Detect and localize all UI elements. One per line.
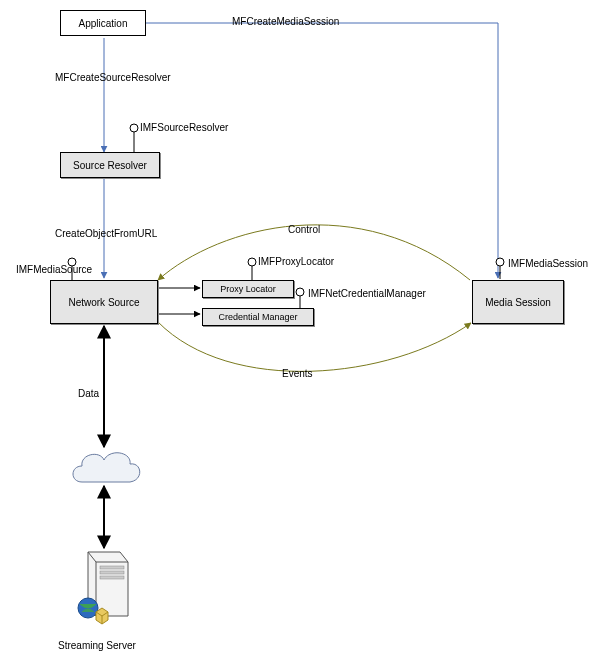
proxy-locator-node: Proxy Locator bbox=[202, 280, 294, 298]
svg-rect-10 bbox=[100, 566, 124, 569]
svg-point-8 bbox=[496, 258, 504, 266]
diagram-connectors bbox=[0, 0, 600, 661]
edge-label-mfcreatesourceresolver: MFCreateSourceResolver bbox=[55, 72, 171, 83]
svg-point-6 bbox=[296, 288, 304, 296]
interface-label-imfsourceresolver: IMFSourceResolver bbox=[140, 122, 228, 133]
svg-rect-12 bbox=[100, 576, 124, 579]
node-label: Network Source bbox=[68, 297, 139, 308]
edge-label-events: Events bbox=[282, 368, 313, 379]
edge-label-data: Data bbox=[78, 388, 99, 399]
application-node: Application bbox=[60, 10, 146, 36]
svg-rect-11 bbox=[100, 571, 124, 574]
source-resolver-node: Source Resolver bbox=[60, 152, 160, 178]
node-label: Application bbox=[79, 18, 128, 29]
interface-label-imfnetcredentialmanager: IMFNetCredentialManager bbox=[308, 288, 426, 299]
edge-label-control: Control bbox=[288, 224, 320, 235]
media-session-node: Media Session bbox=[472, 280, 564, 324]
svg-point-0 bbox=[130, 124, 138, 132]
edge-label-mfcreatemediasession: MFCreateMediaSession bbox=[232, 16, 339, 27]
interface-label-imfproxylocator: IMFProxyLocator bbox=[258, 256, 334, 267]
interface-label-imfmediasource: IMFMediaSource bbox=[16, 264, 92, 275]
node-label: Media Session bbox=[485, 297, 551, 308]
interface-label-imfmediasession: IMFMediaSession bbox=[508, 258, 588, 269]
node-label: Credential Manager bbox=[218, 312, 297, 322]
svg-point-13 bbox=[78, 598, 98, 618]
network-source-node: Network Source bbox=[50, 280, 158, 324]
edge-label-createobjectfromurl: CreateObjectFromURL bbox=[55, 228, 157, 239]
credential-manager-node: Credential Manager bbox=[202, 308, 314, 326]
node-label: Source Resolver bbox=[73, 160, 147, 171]
streaming-server-caption: Streaming Server bbox=[58, 640, 136, 651]
node-label: Proxy Locator bbox=[220, 284, 276, 294]
svg-point-4 bbox=[248, 258, 256, 266]
